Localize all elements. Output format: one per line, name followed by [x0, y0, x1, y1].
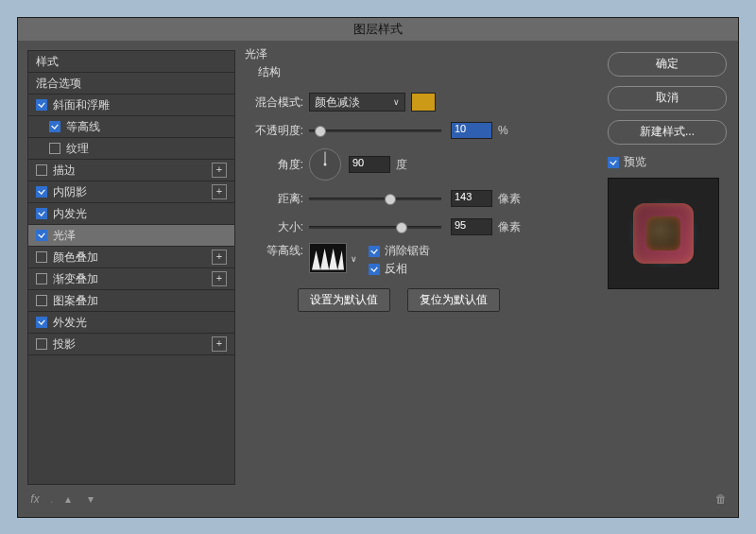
style-item-label: 外发光	[53, 315, 227, 331]
style-item-4[interactable]: 内阴影+	[28, 181, 234, 203]
color-swatch[interactable]	[411, 93, 436, 112]
angle-dial[interactable]	[309, 148, 341, 181]
style-item-9[interactable]: 图案叠加	[28, 290, 234, 312]
move-up-icon[interactable]: ▴	[60, 491, 76, 507]
style-item-10[interactable]: 外发光	[28, 312, 234, 334]
px-unit: 像素	[498, 191, 521, 207]
plus-icon[interactable]: +	[212, 184, 227, 199]
default-buttons: 设置为默认值 复位为默认值	[298, 288, 585, 312]
chevron-down-icon: ∨	[393, 97, 400, 107]
trash-icon[interactable]: 🗑	[713, 491, 729, 507]
checkbox-icon[interactable]	[36, 208, 47, 219]
style-item-label: 斜面和浮雕	[53, 97, 227, 113]
checkbox-icon[interactable]	[36, 295, 47, 306]
checkbox-icon[interactable]	[36, 338, 47, 350]
style-item-label: 颜色叠加	[53, 250, 212, 266]
style-item-label: 描边	[53, 163, 212, 179]
structure-label: 结构	[258, 64, 585, 80]
checkbox-icon[interactable]	[49, 121, 60, 132]
settings-panel: 光泽 结构 混合模式: 颜色减淡 ∨ 不透明度: 10 % 角	[245, 46, 585, 508]
blend-mode-label: 混合模式:	[245, 95, 303, 111]
distance-row: 距离: 143 像素	[245, 186, 585, 211]
style-item-label: 光泽	[53, 228, 227, 244]
checkbox-icon[interactable]	[36, 273, 47, 284]
invert-checkbox[interactable]: 反相	[369, 261, 430, 277]
contour-picker[interactable]	[309, 243, 347, 273]
opacity-row: 不透明度: 10 %	[245, 118, 585, 143]
size-label: 大小:	[245, 219, 303, 235]
chevron-down-icon[interactable]: ∨	[351, 254, 357, 264]
style-list-sidebar: 样式 混合选项 斜面和浮雕等高线纹理描边+内阴影+内发光光泽颜色叠加+渐变叠加+…	[27, 50, 235, 485]
contour-label: 等高线:	[245, 243, 303, 259]
style-item-3[interactable]: 描边+	[28, 160, 234, 181]
style-item-11[interactable]: 投影+	[28, 334, 234, 355]
sidebar-header-styles[interactable]: 样式	[28, 51, 234, 73]
preview-thumbnail	[608, 178, 719, 289]
new-style-button[interactable]: 新建样式...	[608, 120, 727, 145]
style-item-label: 渐变叠加	[53, 271, 212, 287]
style-item-6[interactable]: 光泽	[28, 225, 234, 247]
degree-unit: 度	[396, 157, 407, 173]
plus-icon[interactable]: +	[212, 336, 227, 352]
move-down-icon[interactable]: ▾	[83, 491, 98, 507]
cancel-button[interactable]: 取消	[608, 86, 727, 111]
dialog-title: 图层样式	[353, 22, 403, 36]
angle-input[interactable]: 90	[349, 156, 390, 173]
angle-row: 角度: 90 度	[245, 146, 585, 182]
style-item-label: 内阴影	[53, 184, 212, 200]
opacity-label: 不透明度:	[245, 123, 303, 139]
dialog-body: 样式 混合选项 斜面和浮雕等高线纹理描边+内阴影+内发光光泽颜色叠加+渐变叠加+…	[18, 41, 738, 517]
dot-icon: .	[50, 492, 53, 506]
checkbox-on-icon	[369, 264, 380, 275]
distance-input[interactable]: 143	[451, 190, 492, 207]
style-item-2[interactable]: 纹理	[28, 138, 234, 160]
style-item-1[interactable]: 等高线	[28, 116, 234, 138]
sidebar-header-blend[interactable]: 混合选项	[28, 73, 234, 95]
opacity-input[interactable]: 10	[451, 122, 492, 139]
titlebar[interactable]: 图层样式	[18, 18, 738, 42]
checkbox-icon[interactable]	[36, 186, 47, 198]
preview-section: 预览	[608, 154, 727, 289]
checkbox-icon[interactable]	[36, 164, 47, 176]
antialias-checkbox[interactable]: 消除锯齿	[369, 243, 430, 259]
preview-checkbox[interactable]: 预览	[608, 154, 727, 170]
checkbox-on-icon	[369, 246, 380, 257]
size-input[interactable]: 95	[451, 218, 492, 235]
checkbox-icon[interactable]	[36, 251, 47, 263]
checkbox-icon[interactable]	[36, 99, 47, 111]
fx-menu-button[interactable]: fx	[27, 491, 43, 507]
style-item-7[interactable]: 颜色叠加+	[28, 247, 234, 268]
angle-label: 角度:	[245, 157, 303, 173]
checkbox-on-icon	[608, 157, 619, 168]
checkbox-icon[interactable]	[36, 317, 47, 328]
layer-style-dialog: 图层样式 样式 混合选项 斜面和浮雕等高线纹理描边+内阴影+内发光光泽颜色叠加+…	[17, 17, 739, 518]
contour-row: 等高线: ∨ 消除锯齿 反相	[245, 243, 585, 275]
px-unit-2: 像素	[498, 219, 521, 235]
plus-icon[interactable]: +	[212, 250, 227, 265]
style-item-5[interactable]: 内发光	[28, 203, 234, 225]
right-column: 确定 取消 新建样式... 预览	[608, 52, 727, 289]
checkbox-icon[interactable]	[49, 143, 60, 154]
blend-mode-select[interactable]: 颜色减淡 ∨	[309, 93, 405, 112]
percent-unit: %	[498, 124, 508, 137]
ok-button[interactable]: 确定	[608, 52, 727, 77]
distance-slider[interactable]	[309, 192, 441, 205]
size-row: 大小: 95 像素	[245, 215, 585, 239]
style-item-label: 图案叠加	[53, 293, 227, 309]
plus-icon[interactable]: +	[212, 163, 227, 178]
opacity-slider[interactable]	[309, 124, 441, 137]
style-item-label: 等高线	[66, 119, 227, 135]
style-item-label: 纹理	[66, 141, 227, 157]
distance-label: 距离:	[245, 191, 303, 207]
set-default-button[interactable]: 设置为默认值	[298, 288, 390, 312]
style-item-label: 内发光	[53, 206, 227, 222]
blend-mode-row: 混合模式: 颜色减淡 ∨	[245, 90, 585, 114]
size-slider[interactable]	[309, 220, 441, 233]
style-item-label: 投影	[53, 336, 212, 353]
style-item-8[interactable]: 渐变叠加+	[28, 268, 234, 290]
plus-icon[interactable]: +	[212, 271, 227, 286]
group-title: 光泽	[245, 46, 585, 62]
checkbox-icon[interactable]	[36, 230, 47, 241]
reset-default-button[interactable]: 复位为默认值	[407, 288, 500, 312]
style-item-0[interactable]: 斜面和浮雕	[28, 95, 234, 116]
